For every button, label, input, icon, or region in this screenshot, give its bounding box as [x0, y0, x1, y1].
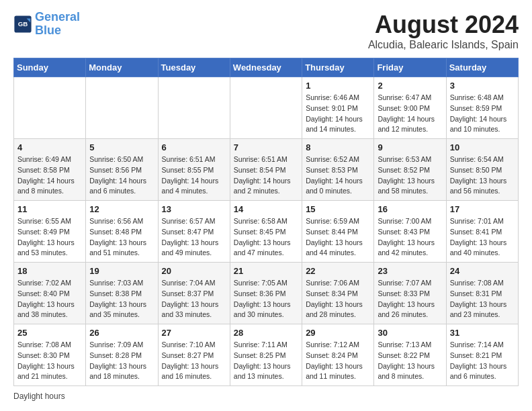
weekday-header-tuesday: Tuesday [158, 58, 230, 77]
calendar-cell [158, 77, 230, 139]
logo-icon: GB [13, 15, 32, 34]
calendar-cell: 5Sunrise: 6:50 AM Sunset: 8:56 PM Daylig… [86, 139, 158, 201]
calendar-cell: 8Sunrise: 6:52 AM Sunset: 8:53 PM Daylig… [302, 139, 374, 201]
day-info: Sunrise: 7:13 AM Sunset: 8:22 PM Dayligh… [378, 340, 442, 382]
calendar-cell: 9Sunrise: 6:53 AM Sunset: 8:52 PM Daylig… [374, 139, 446, 201]
day-number: 11 [17, 204, 82, 214]
day-number: 1 [306, 81, 370, 91]
day-info: Sunrise: 7:03 AM Sunset: 8:38 PM Dayligh… [89, 278, 154, 320]
day-number: 17 [450, 204, 515, 214]
day-info: Sunrise: 6:59 AM Sunset: 8:44 PM Dayligh… [306, 216, 370, 259]
day-info: Sunrise: 6:58 AM Sunset: 8:45 PM Dayligh… [234, 216, 298, 259]
calendar-cell: 24Sunrise: 7:08 AM Sunset: 8:31 PM Dayli… [446, 263, 518, 324]
day-info: Sunrise: 7:08 AM Sunset: 8:30 PM Dayligh… [17, 340, 82, 382]
day-number: 4 [17, 142, 82, 152]
calendar-cell: 27Sunrise: 7:10 AM Sunset: 8:27 PM Dayli… [158, 324, 230, 386]
calendar-cell: 11Sunrise: 6:55 AM Sunset: 8:49 PM Dayli… [14, 201, 86, 263]
day-info: Sunrise: 7:00 AM Sunset: 8:43 PM Dayligh… [378, 216, 442, 259]
weekday-header-saturday: Saturday [446, 58, 518, 77]
day-info: Sunrise: 6:54 AM Sunset: 8:50 PM Dayligh… [450, 154, 515, 197]
day-info: Sunrise: 7:02 AM Sunset: 8:40 PM Dayligh… [17, 278, 82, 320]
calendar-cell: 12Sunrise: 6:56 AM Sunset: 8:48 PM Dayli… [86, 201, 158, 263]
calendar-cell: 23Sunrise: 7:07 AM Sunset: 8:33 PM Dayli… [374, 263, 446, 324]
day-info: Sunrise: 6:51 AM Sunset: 8:54 PM Dayligh… [234, 154, 298, 197]
weekday-header-thursday: Thursday [302, 58, 374, 77]
calendar-table: SundayMondayTuesdayWednesdayThursdayFrid… [13, 58, 519, 386]
calendar-cell: 16Sunrise: 7:00 AM Sunset: 8:43 PM Dayli… [374, 201, 446, 263]
day-info: Sunrise: 6:56 AM Sunset: 8:48 PM Dayligh… [89, 216, 154, 259]
day-number: 8 [306, 142, 370, 152]
day-number: 19 [89, 266, 154, 276]
day-info: Sunrise: 7:05 AM Sunset: 8:36 PM Dayligh… [234, 278, 298, 320]
calendar-week-row: 18Sunrise: 7:02 AM Sunset: 8:40 PM Dayli… [14, 263, 519, 324]
day-info: Sunrise: 7:07 AM Sunset: 8:33 PM Dayligh… [378, 278, 442, 320]
day-info: Sunrise: 6:46 AM Sunset: 9:01 PM Dayligh… [306, 93, 370, 135]
day-number: 31 [450, 328, 515, 338]
day-info: Sunrise: 7:06 AM Sunset: 8:34 PM Dayligh… [306, 278, 370, 320]
day-info: Sunrise: 6:57 AM Sunset: 8:47 PM Dayligh… [162, 216, 226, 259]
calendar-cell [86, 77, 158, 139]
weekday-header-wednesday: Wednesday [230, 58, 302, 77]
day-info: Sunrise: 6:49 AM Sunset: 8:58 PM Dayligh… [17, 154, 82, 197]
svg-text:GB: GB [18, 20, 28, 28]
calendar-week-row: 11Sunrise: 6:55 AM Sunset: 8:49 PM Dayli… [14, 201, 519, 263]
day-info: Sunrise: 6:48 AM Sunset: 8:59 PM Dayligh… [450, 93, 515, 135]
day-number: 22 [306, 266, 370, 276]
day-number: 5 [89, 142, 154, 152]
day-info: Sunrise: 7:11 AM Sunset: 8:25 PM Dayligh… [234, 340, 298, 382]
day-number: 29 [306, 328, 370, 338]
header: GB General Blue August 2024 Alcudia, Bal… [13, 11, 519, 51]
weekday-header-row: SundayMondayTuesdayWednesdayThursdayFrid… [14, 58, 519, 77]
day-info: Sunrise: 6:51 AM Sunset: 8:55 PM Dayligh… [162, 154, 226, 197]
day-number: 20 [162, 266, 226, 276]
calendar-cell: 4Sunrise: 6:49 AM Sunset: 8:58 PM Daylig… [14, 139, 86, 201]
calendar-cell: 7Sunrise: 6:51 AM Sunset: 8:54 PM Daylig… [230, 139, 302, 201]
calendar-cell: 2Sunrise: 6:47 AM Sunset: 9:00 PM Daylig… [374, 77, 446, 139]
day-info: Sunrise: 6:52 AM Sunset: 8:53 PM Dayligh… [306, 154, 370, 197]
day-number: 18 [17, 266, 82, 276]
day-number: 6 [162, 142, 226, 152]
calendar-week-row: 1Sunrise: 6:46 AM Sunset: 9:01 PM Daylig… [14, 77, 519, 139]
calendar-cell: 18Sunrise: 7:02 AM Sunset: 8:40 PM Dayli… [14, 263, 86, 324]
calendar-cell: 28Sunrise: 7:11 AM Sunset: 8:25 PM Dayli… [230, 324, 302, 386]
day-info: Sunrise: 7:04 AM Sunset: 8:37 PM Dayligh… [162, 278, 226, 320]
calendar-cell: 13Sunrise: 6:57 AM Sunset: 8:47 PM Dayli… [158, 201, 230, 263]
day-info: Sunrise: 6:55 AM Sunset: 8:49 PM Dayligh… [17, 216, 82, 259]
calendar-cell: 14Sunrise: 6:58 AM Sunset: 8:45 PM Dayli… [230, 201, 302, 263]
day-number: 12 [89, 204, 154, 214]
weekday-header-monday: Monday [86, 58, 158, 77]
day-info: Sunrise: 7:14 AM Sunset: 8:21 PM Dayligh… [450, 340, 515, 382]
title-area: August 2024 Alcudia, Balearic Islands, S… [368, 11, 519, 51]
day-number: 7 [234, 142, 298, 152]
calendar-cell: 19Sunrise: 7:03 AM Sunset: 8:38 PM Dayli… [86, 263, 158, 324]
day-number: 21 [234, 266, 298, 276]
calendar-cell: 17Sunrise: 7:01 AM Sunset: 8:41 PM Dayli… [446, 201, 518, 263]
day-number: 15 [306, 204, 370, 214]
day-number: 16 [378, 204, 442, 214]
calendar-cell: 25Sunrise: 7:08 AM Sunset: 8:30 PM Dayli… [14, 324, 86, 386]
day-number: 27 [162, 328, 226, 338]
calendar-cell: 20Sunrise: 7:04 AM Sunset: 8:37 PM Dayli… [158, 263, 230, 324]
day-number: 14 [234, 204, 298, 214]
day-number: 13 [162, 204, 226, 214]
calendar-cell: 30Sunrise: 7:13 AM Sunset: 8:22 PM Dayli… [374, 324, 446, 386]
weekday-header-sunday: Sunday [14, 58, 86, 77]
day-info: Sunrise: 7:01 AM Sunset: 8:41 PM Dayligh… [450, 216, 515, 259]
calendar-cell: 6Sunrise: 6:51 AM Sunset: 8:55 PM Daylig… [158, 139, 230, 201]
day-info: Sunrise: 6:50 AM Sunset: 8:56 PM Dayligh… [89, 154, 154, 197]
day-number: 26 [89, 328, 154, 338]
weekday-header-friday: Friday [374, 58, 446, 77]
calendar-week-row: 4Sunrise: 6:49 AM Sunset: 8:58 PM Daylig… [14, 139, 519, 201]
day-number: 2 [378, 81, 442, 91]
calendar-cell: 15Sunrise: 6:59 AM Sunset: 8:44 PM Dayli… [302, 201, 374, 263]
day-number: 30 [378, 328, 442, 338]
location-title: Alcudia, Balearic Islands, Spain [368, 39, 519, 51]
calendar-cell: 31Sunrise: 7:14 AM Sunset: 8:21 PM Dayli… [446, 324, 518, 386]
day-number: 25 [17, 328, 82, 338]
calendar-cell: 1Sunrise: 6:46 AM Sunset: 9:01 PM Daylig… [302, 77, 374, 139]
day-info: Sunrise: 6:47 AM Sunset: 9:00 PM Dayligh… [378, 93, 442, 135]
day-number: 9 [378, 142, 442, 152]
calendar-cell: 29Sunrise: 7:12 AM Sunset: 8:24 PM Dayli… [302, 324, 374, 386]
day-number: 28 [234, 328, 298, 338]
logo-line1: General [35, 10, 80, 24]
